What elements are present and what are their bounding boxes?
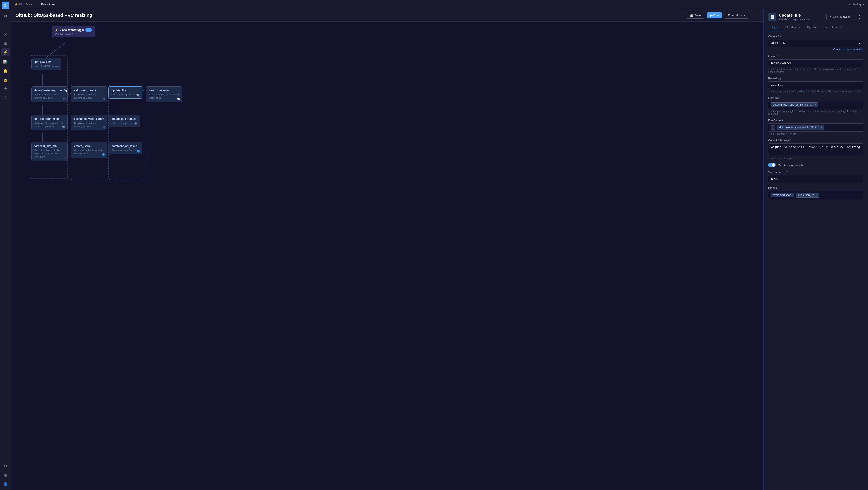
node-create-pr-icon: 🔍 — [135, 122, 138, 125]
connection-select[interactable]: AMGitHub ▾ — [768, 39, 864, 47]
node-determinate-repo[interactable]: determinate_repo_config_... Build a cust… — [31, 86, 68, 102]
commit-message-input[interactable]: Adjust PVC Size with Gitlab: GitOps-base… — [768, 144, 864, 155]
settings-chevron-icon: ▾ — [863, 3, 864, 6]
right-panel: 📄 update_file Creates or replaces a file… — [764, 9, 868, 490]
node-get-file-title: get_file_from_repo — [34, 117, 65, 120]
file-content-number: 1 — [771, 125, 775, 129]
node-update-file[interactable]: update_file Creates or replaces a file 🔍 — [108, 86, 142, 99]
change-action-button[interactable]: ↩ Change action — [827, 13, 854, 20]
panel-actions: ↩ Change action ⋮ — [827, 13, 864, 20]
svg-line-0 — [43, 42, 67, 60]
run-button[interactable]: ▶ Run — [707, 12, 722, 19]
tab-options[interactable]: Options — [803, 24, 821, 31]
trigger-title: ⚡ Davis event trigger — [55, 28, 92, 32]
node-update-file-icon: 🔍 — [137, 94, 140, 97]
node-forecast[interactable]: forecast_pvc_size Execute a customizable… — [31, 142, 68, 161]
field-file-content: File Content * 1 determinate_repo_config… — [768, 119, 864, 135]
field-commit-message: Commit Message * Adjust PVC Size with Gi… — [768, 139, 864, 159]
main-area: ⚡ Workflows | Executions ⚙ Settings ▾ Gi… — [11, 0, 868, 490]
sidebar-settings2-icon[interactable]: ⚙ — [1, 462, 9, 470]
panel-node-icon: 📄 — [768, 13, 776, 21]
sidebar-user-icon[interactable]: 👤 — [1, 480, 9, 488]
settings-button[interactable]: ⚙ Settings ▾ — [849, 3, 864, 6]
node-update-file-desc: Creates or replaces a file — [112, 93, 139, 96]
field-connection: Connection * AMGitHub ▾ Create a new con… — [768, 35, 864, 51]
node-comment-issue[interactable]: comment_on_issue Comment on a Jira issue… — [108, 142, 142, 154]
repository-label: Repository * — [768, 77, 864, 80]
source-branch-input[interactable] — [768, 175, 864, 183]
node-get-file-icon: 🔍 — [62, 126, 66, 129]
panel-title-block: update_file Creates or replaces a file — [779, 13, 809, 21]
sidebar-item-alerts[interactable]: 🔔 — [1, 66, 9, 74]
trigger-icon: ⚡ — [55, 28, 58, 32]
branch-token2: execution().id × — [796, 192, 819, 197]
panel-more-button[interactable]: ⋮ — [856, 13, 864, 20]
file-path-input[interactable]: determinate_repo_config_file.fu... × — [768, 101, 864, 109]
node-get-pvc-size[interactable]: get_pvc_size Executes DQL query ▦ — [31, 58, 61, 70]
file-content-token-close[interactable]: × — [820, 126, 822, 129]
file-path-token-close[interactable]: × — [814, 103, 816, 106]
workflow-canvas[interactable]: ⚡ Davis event trigger On: event active g… — [11, 22, 764, 490]
trigger-subtitle: On: event active — [55, 32, 92, 35]
sidebar-item-settings[interactable]: ⚙ — [1, 85, 9, 93]
node-forecast-title: forecast_pvc_size — [34, 145, 65, 148]
save-button[interactable]: 💾 Save — [686, 12, 704, 19]
canvas-area: GitHub: GitOps-based PVC resizing 💾 Save… — [11, 9, 764, 490]
node-determinate-repo-desc: Build a custom task running js Code — [34, 93, 65, 99]
sidebar-item-security[interactable]: 🔒 — [1, 75, 9, 84]
panel-accent-bar — [764, 9, 764, 490]
sidebar-grid-icon[interactable]: ▦ — [1, 471, 9, 479]
node-forecast-desc: Execute a customizable AI/ML task using … — [34, 149, 65, 158]
node-exchange-yaml[interactable]: exchange_yaml_param Build a custom task … — [71, 115, 107, 130]
node-get-file-desc: Retrieves the content of a file in a rep… — [34, 121, 65, 128]
node-calc-title: calc_new_param — [74, 89, 104, 92]
save-label: Save — [694, 13, 701, 17]
trigger-node[interactable]: ⚡ Davis event trigger On: event active — [52, 26, 95, 37]
tab-input[interactable]: Input — [768, 24, 782, 31]
repository-hint: The name of the repository without the .… — [768, 90, 864, 92]
sidebar-item-data[interactable]: 📊 — [1, 57, 9, 65]
field-branch: Branch * pvcremediation- execution().id … — [768, 186, 864, 199]
sidebar-item-apps[interactable]: ▦ — [1, 39, 9, 47]
owner-input[interactable] — [768, 59, 864, 67]
tab-sample-result[interactable]: Sample result — [821, 24, 846, 31]
sidebar-item-home[interactable]: ⊞ — [1, 12, 9, 20]
commit-message-hint: The commit message. — [768, 157, 864, 159]
sidebar-expand-icon[interactable]: « — [1, 453, 9, 461]
change-action-icon: ↩ — [830, 15, 832, 19]
more-button[interactable]: ⋮ — [751, 12, 759, 19]
node-create-issue-title: create_issue — [74, 145, 104, 148]
node-send-message[interactable]: send_message Send a message to a Slack w… — [146, 86, 182, 102]
node-create-issue[interactable]: create_issue Create new Jira issue with … — [71, 142, 107, 158]
tab-conditions[interactable]: Conditions — [782, 24, 803, 31]
node-get-pvc-size-icon: ▦ — [56, 65, 59, 69]
repository-input[interactable] — [768, 81, 864, 89]
save-icon: 💾 — [690, 13, 693, 17]
connection-value: AMGitHub — [771, 41, 785, 45]
create-connection-link[interactable]: Create a new connection — [768, 48, 864, 51]
node-create-pr[interactable]: create_pull_request Creates a pull reque… — [108, 115, 140, 127]
create-branch-toggle[interactable] — [768, 163, 776, 167]
sidebar-item-search[interactable]: ⌕ — [1, 21, 9, 29]
sidebar-item-workflow[interactable]: ⚡ — [1, 48, 9, 56]
branch-input[interactable]: pvcremediation- execution().id × — [768, 191, 864, 199]
node-create-issue-desc: Create new Jira issue with various field… — [74, 149, 104, 155]
change-action-label: Change action — [833, 15, 850, 19]
node-calc[interactable]: calc_new_param Build a custom task runni… — [71, 86, 107, 102]
executions-button[interactable]: Executions ▾ — [724, 12, 748, 19]
trigger-toggle[interactable] — [86, 28, 92, 32]
node-exchange-yaml-icon: ▦ — [103, 126, 105, 129]
branch-token2-close[interactable]: × — [815, 193, 817, 197]
node-create-issue-icon: 🔷 — [102, 153, 105, 156]
workflows-label: Workflows — [19, 3, 33, 6]
node-get-file[interactable]: get_file_from_repo Retrieves the content… — [31, 115, 68, 130]
sidebar-item-eye[interactable]: ◉ — [1, 30, 9, 38]
node-send-message-icon: 💬 — [177, 97, 180, 100]
file-content-input[interactable]: 1 determinate_repo_config_file.fu... × — [768, 123, 864, 131]
nav-workflows[interactable]: ⚡ Workflows — [14, 3, 33, 6]
executions-btn-label: Executions — [728, 13, 743, 17]
panel-header: 📄 update_file Creates or replaces a file… — [764, 9, 868, 31]
topnav: ⚡ Workflows | Executions ⚙ Settings ▾ — [11, 0, 868, 9]
sidebar-item-plugins[interactable]: ⬡ — [1, 94, 9, 102]
nav-executions[interactable]: Executions — [41, 3, 56, 6]
